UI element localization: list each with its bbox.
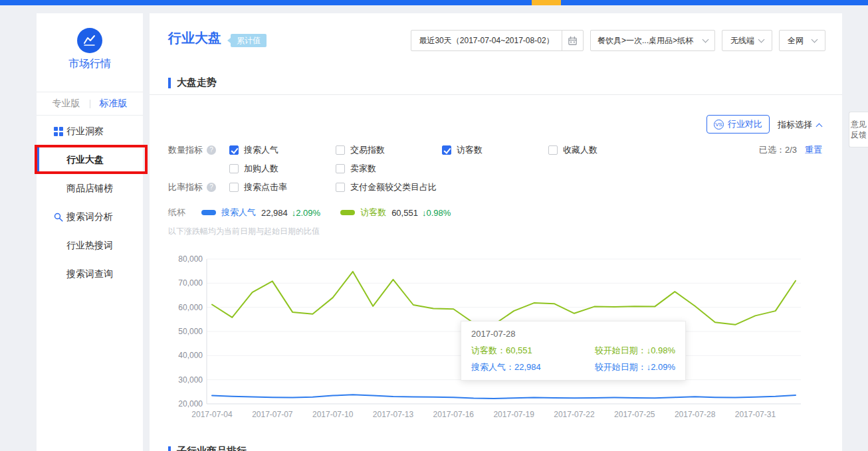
metric-checkbox-item[interactable]: 卖家数 [336, 163, 442, 175]
scope-dropdown[interactable]: 全网 [779, 30, 825, 51]
sidebar-item-product-shop-rank[interactable]: 商品店铺榜 [37, 174, 143, 203]
reset-link[interactable]: 重置 [805, 144, 822, 156]
series-change-down: ↓2.09% [292, 208, 320, 218]
search_popularity-line[interactable] [212, 395, 796, 399]
metric-checkbox-item[interactable]: 支付金额较父类目占比 [336, 181, 443, 193]
x-axis-tick: 2017-07-28 [675, 410, 716, 419]
filter-items: 搜索人气交易指数访客数收藏人数 [229, 144, 655, 156]
checkbox-label: 收藏人数 [563, 144, 597, 156]
terminal-value: 无线端 [730, 35, 754, 46]
chevron-up-icon [816, 123, 823, 130]
series-value: 22,984 [261, 208, 288, 218]
selected-count: 已选：2/3 [759, 144, 797, 156]
visitors-series-marker[interactable] [340, 210, 355, 215]
main-content: 行业大盘 累计值 最近30天（2017-07-04~2017-08-02） 餐饮… [150, 13, 842, 451]
chevron-down-icon [758, 37, 765, 43]
y-axis-tick: 60,000 [178, 303, 203, 312]
industry-compare-button[interactable]: VS 行业对比 [706, 115, 770, 134]
sidebar-item-industry-insight[interactable]: 行业洞察 [37, 117, 143, 145]
search-popularity-series-marker[interactable] [201, 210, 216, 215]
x-axis-tick: 2017-07-04 [191, 410, 233, 419]
terminal-dropdown[interactable]: 无线端 [722, 30, 772, 51]
metric-checkbox-item[interactable]: 加购人数 [229, 163, 336, 175]
checkbox-unchecked[interactable] [336, 145, 345, 155]
sidebar-item-search-term-analysis[interactable]: 搜索词分析 [37, 203, 143, 231]
tab-professional[interactable]: 专业版 [53, 98, 80, 110]
checkbox-checked[interactable] [229, 145, 239, 155]
x-axis-tick: 2017-07-22 [554, 410, 595, 419]
y-axis-tick: 70,000 [178, 278, 203, 288]
divider [90, 100, 90, 108]
feedback-tab[interactable]: 意见反馈 [849, 112, 868, 147]
next-section-header: 子行业商品排行 [168, 445, 247, 451]
x-axis-tick: 2017-07-25 [614, 410, 655, 419]
y-axis-tick: 80,000 [178, 254, 203, 264]
filter-group-label: 数量指标 [168, 144, 203, 156]
date-range-selector[interactable]: 最近30天（2017-07-04~2017-08-02） [411, 30, 562, 51]
checkbox-unchecked[interactable] [336, 183, 345, 192]
sidebar-item-search-term-query[interactable]: 搜索词查询 [37, 260, 143, 288]
trend-chart-area[interactable]: 20,00030,00040,00050,00060,00070,00080,0… [168, 250, 813, 421]
sidebar-menu: 行业洞察 行业大盘 商品店铺榜 搜索词分析 行业热搜词 搜索词查询 [37, 117, 143, 288]
scope-value: 全网 [788, 35, 804, 46]
date-range-text: 最近30天（2017-07-04~2017-08-02） [419, 35, 554, 46]
metric-checkbox-item[interactable]: 交易指数 [336, 144, 442, 156]
sidebar-item-label: 行业大盘 [66, 154, 104, 165]
chart-tooltip: 2017-07-28 访客数：60,551 较开始日期：↓0.98% 搜索人气：… [461, 321, 686, 381]
metric-selector-label: 指标选择 [778, 119, 812, 131]
top-nav-bar [0, 0, 868, 5]
section-title: 大盘走势 [177, 76, 217, 89]
active-tab-indicator [532, 0, 561, 5]
y-axis-tick: 20,000 [178, 399, 203, 408]
chevron-down-icon [703, 37, 709, 43]
checkbox-unchecked[interactable] [229, 183, 239, 192]
calendar-button[interactable] [562, 30, 584, 51]
tooltip-right: 较开始日期：↓0.98% [595, 345, 675, 357]
calendar-icon [568, 36, 578, 46]
checkbox-unchecked[interactable] [229, 164, 239, 173]
checkbox-label: 支付金额较父类目占比 [350, 181, 437, 193]
metric-selector-toggle[interactable]: 指标选择 [778, 119, 821, 131]
sidebar-item-label: 商品店铺榜 [66, 183, 113, 193]
metric-checkbox-item[interactable]: 访客数 [442, 144, 548, 156]
visitors-line[interactable] [212, 272, 796, 325]
divider [37, 115, 143, 116]
market-quotes-logo-icon [77, 28, 102, 53]
section-header: 大盘走势 [168, 76, 217, 89]
metric-checkbox-item[interactable]: 搜索点击率 [229, 181, 336, 193]
checkbox-checked[interactable] [442, 145, 451, 155]
chart-note: 以下涨跌幅均为当前日期与起始日期的比值 [168, 226, 320, 237]
sidebar-item-label: 行业热搜词 [66, 240, 113, 250]
category-dropdown[interactable]: 餐饮具>一次...桌用品>纸杯 [590, 30, 715, 51]
x-axis-tick: 2017-07-19 [493, 410, 534, 419]
filter-group-label: 比率指标 [168, 181, 203, 193]
selection-summary: 已选：2/3 重置 [759, 141, 822, 159]
filter-group: 比率指标? [168, 181, 229, 193]
help-icon[interactable]: ? [207, 145, 216, 155]
x-axis-tick: 2017-07-16 [433, 410, 475, 419]
series-name: 搜索人气 [221, 207, 256, 219]
checkbox-label: 搜索人气 [244, 144, 278, 156]
y-axis-tick: 30,000 [178, 375, 203, 385]
sidebar: 市场行情 专业版 标准版 行业洞察 行业大盘 商品店铺榜 搜索 [37, 13, 143, 451]
search-analysis-icon [54, 213, 63, 222]
version-tabs: 专业版 标准版 [37, 92, 143, 115]
tooltip-row-search-popularity: 搜索人气：22,984 较开始日期：↓2.09% [471, 361, 675, 373]
tab-standard[interactable]: 标准版 [100, 98, 128, 110]
sidebar-item-label: 搜索词查询 [66, 268, 113, 279]
checkbox-unchecked[interactable] [336, 164, 345, 173]
tooltip-left: 搜索人气：22,984 [471, 361, 541, 373]
sidebar-item-industry-dashboard[interactable]: 行业大盘 [37, 145, 143, 174]
metric-checkbox-item[interactable]: 收藏人数 [548, 144, 655, 156]
sidebar-item-hot-search-terms[interactable]: 行业热搜词 [37, 231, 143, 260]
app-title: 市场行情 [37, 57, 143, 71]
series-value: 60,551 [391, 208, 418, 218]
metric-checkbox-item[interactable]: 搜索人气 [229, 144, 336, 156]
next-section-title: 子行业商品排行 [177, 445, 247, 451]
series-name: 访客数 [360, 207, 386, 219]
metric-filter-panel: 数量指标?搜索人气交易指数访客数收藏人数加购人数卖家数比率指标?搜索点击率支付金… [168, 141, 655, 197]
help-icon[interactable]: ? [207, 183, 216, 192]
checkbox-label: 加购人数 [244, 163, 278, 175]
checkbox-unchecked[interactable] [548, 145, 558, 155]
section-marker [168, 78, 171, 88]
